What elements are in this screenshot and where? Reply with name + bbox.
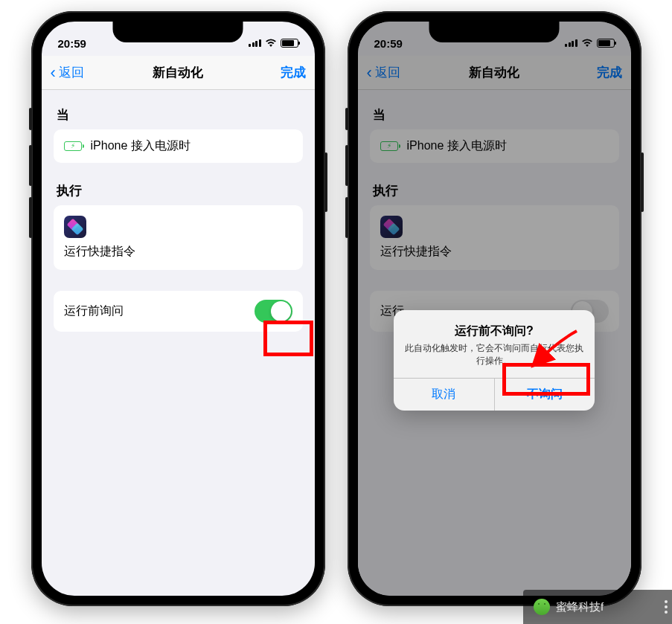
chevron-left-icon: ‹ (51, 65, 56, 81)
askbefore-toggle[interactable] (255, 300, 292, 323)
status-indicators (249, 39, 298, 48)
confirm-alert: 运行前不询问? 此自动化触发时，它会不询问而自行代表您执行操作。 取消 不询问 (394, 310, 595, 411)
cellular-icon (249, 39, 261, 47)
ellipsis-icon (665, 605, 668, 608)
watermark-text: 蜜蜂科技f (556, 600, 604, 614)
alert-cancel-button[interactable]: 取消 (394, 379, 494, 411)
trigger-card[interactable]: ⚡︎ iPhone 接入电源时 (54, 129, 303, 163)
back-button[interactable]: ‹ 返回 (51, 64, 84, 81)
action-card[interactable]: 运行快捷指令 (54, 205, 303, 270)
wechat-icon (534, 599, 550, 615)
shortcuts-icon (64, 216, 86, 238)
charging-icon: ⚡︎ (64, 141, 82, 151)
askbefore-card: 运行前询问 (54, 291, 303, 332)
screen-right: 20:59 ‹ 返回 新自动化 完成 当 (358, 22, 631, 596)
askbefore-label: 运行前询问 (64, 303, 124, 319)
when-header: 当 (54, 96, 303, 129)
notch (429, 22, 560, 42)
phone-frame-right: 20:59 ‹ 返回 新自动化 完成 当 (348, 11, 641, 606)
battery-icon (281, 39, 298, 48)
notch (113, 22, 243, 42)
done-button[interactable]: 完成 (281, 64, 306, 81)
phone-frame-left: 20:59 ‹ 返回 新自动化 完成 当 (31, 11, 325, 606)
do-header: 执行 (54, 163, 303, 205)
action-text: 运行快捷指令 (64, 244, 135, 260)
status-time: 20:59 (58, 37, 86, 50)
wifi-icon (265, 39, 277, 48)
trigger-text: iPhone 接入电源时 (91, 138, 191, 154)
back-label: 返回 (59, 64, 84, 81)
nav-bar: ‹ 返回 新自动化 完成 (42, 56, 315, 90)
alert-title: 运行前不询问? (404, 324, 584, 339)
alert-message: 此自动化触发时，它会不询问而自行代表您执行操作。 (404, 342, 584, 367)
modal-backdrop (358, 22, 631, 596)
alert-confirm-button[interactable]: 不询问 (494, 379, 595, 411)
screen-left: 20:59 ‹ 返回 新自动化 完成 当 (42, 22, 315, 596)
